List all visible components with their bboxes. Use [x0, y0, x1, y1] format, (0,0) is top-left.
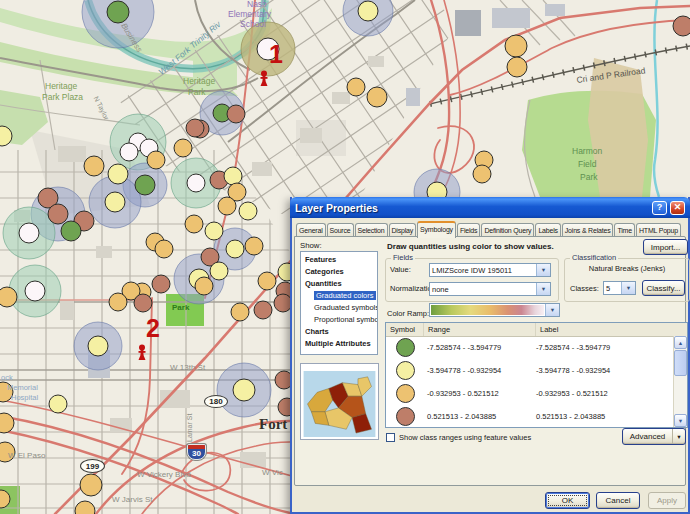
class-label[interactable]: -7.528574 - -3.594779: [536, 343, 673, 352]
tab-labels[interactable]: Labels: [535, 223, 560, 237]
classification-groupbox: Classification Natural Breaks (Jenks) Cl…: [564, 258, 690, 302]
classify-button[interactable]: Classify...: [642, 280, 685, 296]
class-label[interactable]: -0.932953 - 0.521512: [536, 389, 673, 398]
map-label: Park: [172, 304, 189, 312]
tree-item-features[interactable]: Features: [301, 254, 377, 266]
table-scrollbar[interactable]: ▲ ▼: [673, 336, 687, 427]
map-label: Harmon: [572, 147, 602, 156]
normalization-combobox[interactable]: none ▼: [429, 282, 551, 296]
highway-shield-199: 199: [80, 459, 105, 473]
map-label: West Fork Trinity Riv: [157, 20, 222, 77]
class-range: -0.932953 - 0.521512: [424, 389, 536, 398]
map-label: School: [240, 20, 266, 29]
tree-item-graduated-colors[interactable]: Graduated colors: [301, 290, 377, 302]
column-label[interactable]: Label: [536, 323, 687, 336]
color-ramp-combobox[interactable]: ▼: [429, 303, 560, 317]
normalization-combobox-text: none: [430, 285, 536, 294]
class-symbol-green[interactable]: [396, 338, 415, 357]
fields-group-title: Fields: [391, 253, 415, 262]
map-label: W Vickery Blvd: [137, 471, 191, 479]
class-range: -3.594778 - -0.932954: [424, 366, 536, 375]
tree-item-proportional-symbols[interactable]: Proportional symbols: [301, 314, 377, 326]
map-label: Park Plaza: [42, 93, 83, 102]
apply-button[interactable]: Apply: [648, 492, 686, 509]
tab-general[interactable]: General: [296, 223, 326, 237]
class-row[interactable]: -3.594778 - -0.932954-3.594778 - -0.9329…: [386, 359, 673, 382]
advanced-button[interactable]: Advanced ▼: [622, 428, 686, 445]
chevron-down-icon[interactable]: ▼: [536, 264, 550, 276]
import-button[interactable]: Import...: [643, 239, 688, 255]
class-symbol-brown[interactable]: [396, 407, 415, 426]
tab-time[interactable]: Time: [614, 223, 635, 237]
tree-item-categories[interactable]: Categories: [301, 266, 377, 278]
class-row[interactable]: 0.521513 - 2.0438850.521513 - 2.043885: [386, 405, 673, 427]
tab-symbology[interactable]: Symbology: [417, 221, 456, 238]
scroll-down-icon[interactable]: ▼: [674, 414, 687, 427]
chevron-down-icon: ▼: [672, 429, 685, 444]
class-label[interactable]: -3.594778 - -0.932954: [536, 366, 673, 375]
incident-marker-icon[interactable]: [257, 70, 271, 91]
highway-shield-180: 180: [204, 395, 228, 408]
classes-label: Classes:: [570, 284, 599, 293]
map-label: N Taylor: [93, 95, 110, 121]
ok-button[interactable]: OK: [545, 492, 590, 509]
map-annotation-2: 2: [146, 316, 160, 341]
tree-item-charts[interactable]: Charts: [301, 326, 377, 338]
show-class-ranges-label: Show class ranges using feature values: [399, 433, 531, 442]
incident-marker-icon[interactable]: [135, 344, 149, 365]
map-label: Business: [119, 22, 143, 54]
tab-display[interactable]: Display: [389, 223, 417, 237]
map-label: W Vic: [262, 469, 283, 477]
layer-properties-dialog: Layer Properties ? ✕ GeneralSourceSelect…: [290, 197, 690, 514]
color-ramp-label: Color Ramp:: [387, 309, 429, 318]
map-label: W Jarvis St: [112, 496, 152, 504]
tab-selection[interactable]: Selection: [355, 223, 388, 237]
class-symbol-cell: [386, 384, 424, 403]
close-icon[interactable]: ✕: [670, 201, 685, 215]
chevron-down-icon[interactable]: ▼: [536, 283, 550, 295]
value-combobox[interactable]: LMIZScore IDW 195011 ▼: [429, 263, 551, 277]
map-label: Memorial: [7, 384, 38, 392]
cancel-button[interactable]: Cancel: [596, 492, 640, 509]
class-symbol-orange[interactable]: [396, 384, 415, 403]
scrollbar-thumb[interactable]: [674, 350, 687, 376]
class-symbol-cell: [386, 361, 424, 380]
map-label: Park: [580, 173, 597, 182]
tab-definition-query[interactable]: Definition Query: [481, 223, 534, 237]
class-row[interactable]: -7.528574 - -3.594779-7.528574 - -3.5947…: [386, 336, 673, 359]
show-class-ranges-checkbox[interactable]: [386, 433, 395, 442]
class-label[interactable]: 0.521513 - 2.043885: [536, 412, 673, 421]
class-symbol-yellow[interactable]: [396, 361, 415, 380]
scroll-up-icon[interactable]: ▲: [674, 336, 687, 349]
help-icon[interactable]: ?: [652, 201, 667, 215]
dialog-titlebar[interactable]: Layer Properties ? ✕: [290, 197, 690, 218]
classification-group-title: Classification: [570, 253, 618, 262]
tab-html-popup[interactable]: HTML Popup: [636, 223, 681, 237]
dialog-title: Layer Properties: [295, 202, 649, 214]
column-range[interactable]: Range: [424, 323, 536, 336]
class-range: -7.528574 - -3.594779: [424, 343, 536, 352]
column-symbol[interactable]: Symbol: [386, 323, 424, 336]
map-label: Field: [578, 160, 596, 169]
map-label: Cri and P Railroad: [576, 66, 646, 84]
class-row[interactable]: -0.932953 - 0.521512-0.932953 - 0.521512: [386, 382, 673, 405]
fields-groupbox: Fields Value: LMIZScore IDW 195011 ▼ Nor…: [385, 258, 559, 302]
panel-heading: Draw quantities using color to show valu…: [387, 242, 554, 251]
tree-item-graduated-symbols[interactable]: Graduated symbols: [301, 302, 377, 314]
tree-item-multiple-attributes[interactable]: Multiple Attributes: [301, 338, 377, 350]
tab-fields[interactable]: Fields: [457, 223, 480, 237]
chevron-down-icon[interactable]: ▼: [621, 282, 635, 294]
tab-joins-relates[interactable]: Joins & Relates: [562, 223, 614, 237]
scrollbar-track[interactable]: [674, 376, 687, 414]
class-symbol-cell: [386, 407, 424, 426]
tree-item-quantities[interactable]: Quantities: [301, 278, 377, 290]
tab-strip: GeneralSourceSelectionDisplaySymbologyFi…: [296, 221, 686, 237]
chevron-down-icon[interactable]: ▼: [545, 304, 559, 316]
classes-combobox-text: 5: [604, 284, 621, 293]
tab-source[interactable]: Source: [327, 223, 354, 237]
table-header: Symbol Range Label: [386, 323, 687, 337]
classes-combobox[interactable]: 5 ▼: [603, 281, 636, 295]
map-label: ock: [1, 374, 13, 382]
highway-shield-30: 30: [187, 444, 206, 460]
show-label: Show:: [300, 241, 322, 250]
